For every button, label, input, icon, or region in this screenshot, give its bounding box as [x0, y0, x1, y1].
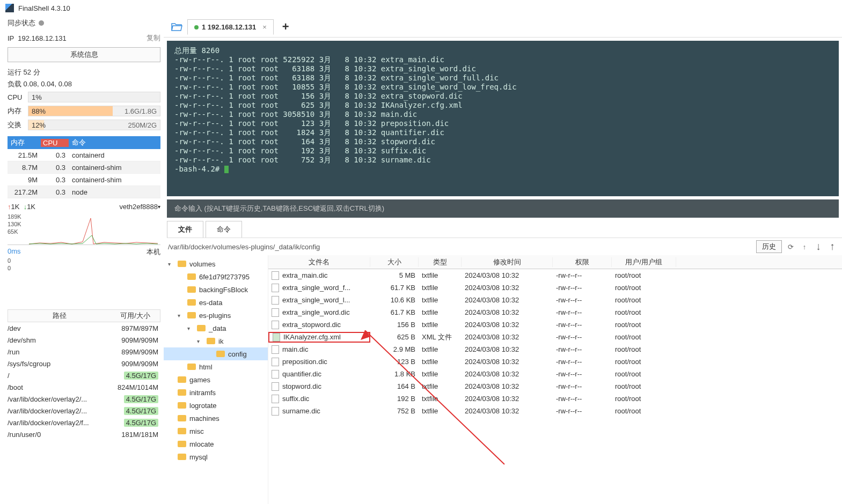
file-row[interactable]: extra_stopword.dic156 Btxtfile2024/03/08…: [268, 318, 842, 331]
path-toolbar: /var/lib/docker/volumes/es-plugins/_data…: [164, 238, 842, 255]
disk-row[interactable]: /run/user/0181M/181M: [8, 428, 160, 440]
file-row[interactable]: preposition.dic123 Btxtfile2024/03/08 10…: [268, 355, 842, 368]
system-info-button[interactable]: 系统信息: [8, 47, 160, 62]
process-row[interactable]: 9M0.3containerd-shim: [8, 174, 160, 186]
file-row[interactable]: extra_single_word.dic61.7 KBtxtfile2024/…: [268, 306, 842, 318]
tree-item[interactable]: backingFsBlock: [164, 283, 268, 296]
tree-item[interactable]: config: [164, 347, 268, 360]
tree-item[interactable]: mlocate: [164, 438, 268, 450]
ip-label: IP: [8, 34, 14, 42]
mem-bar: 88% 1.6G/1.8G: [28, 106, 160, 116]
swap-bar: 12% 250M/2G: [28, 120, 160, 130]
status-dot-icon: [194, 25, 199, 29]
tree-item[interactable]: machines: [164, 412, 268, 425]
title-bar: FinalShell 4.3.10: [0, 0, 842, 16]
file-icon: [272, 321, 279, 329]
folder-icon: [178, 389, 186, 396]
cpu-label: CPU: [8, 93, 28, 101]
file-row[interactable]: main.dic2.9 MBtxtfile2024/03/08 10:32-rw…: [268, 343, 842, 355]
app-title: FinalShell 4.3.10: [18, 4, 70, 12]
folder-icon: [197, 325, 206, 331]
tree-item[interactable]: mysql: [164, 450, 268, 463]
tree-item[interactable]: ▾_data: [164, 322, 268, 335]
file-row[interactable]: extra_main.dic5 MBtxtfile2024/03/08 10:3…: [268, 269, 842, 281]
tree-item[interactable]: html: [164, 360, 268, 373]
disk-row[interactable]: /dev/shm909M/909M: [8, 334, 160, 346]
folder-tree[interactable]: ▾volumes6fe1d79f273795backingFsBlockes-d…: [164, 255, 268, 504]
command-input[interactable]: 命令输入 (按ALT键提示历史,TAB键路径,ESC键返回,双击CTRL切换): [167, 199, 839, 218]
tree-item[interactable]: ▾volumes: [164, 257, 268, 270]
download-icon[interactable]: ⭣: [813, 241, 824, 252]
file-row[interactable]: IKAnalyzer.cfg.xml625 BXML 文件2024/03/08 …: [268, 331, 842, 343]
upload-icon[interactable]: ⭡: [827, 241, 838, 252]
tree-item[interactable]: 6fe1d79f273795: [164, 270, 268, 283]
file-icon: [272, 358, 279, 366]
swap-val: 250M/2G: [128, 121, 157, 129]
process-row[interactable]: 21.5M0.3containerd: [8, 149, 160, 161]
folder-icon: [207, 338, 215, 344]
terminal-output[interactable]: 总用量 8260 -rw-r--r--. 1 root root 5225922…: [167, 41, 839, 196]
latency-value: 0ms: [8, 247, 21, 257]
file-row[interactable]: stopword.dic164 Btxtfile2024/03/08 10:32…: [268, 380, 842, 392]
disk-row[interactable]: /var/lib/docker/overlay2/...4.5G/17G: [8, 405, 160, 417]
net-interface-selector[interactable]: veth2ef8888 ▾: [119, 203, 160, 211]
tree-item[interactable]: initramfs: [164, 386, 268, 399]
file-icon: [272, 296, 279, 305]
tree-item[interactable]: logrotate: [164, 399, 268, 412]
open-folder-icon[interactable]: [169, 20, 184, 33]
cpu-pct: 1%: [32, 93, 42, 101]
close-icon[interactable]: ×: [262, 23, 267, 31]
folder-icon: [178, 402, 186, 409]
file-icon: [272, 345, 279, 354]
folder-icon: [178, 261, 186, 267]
disk-table-header: 路径 可用/大小: [8, 309, 160, 322]
tab-label: 1 192.168.12.131: [202, 23, 256, 31]
file-icon: [272, 271, 279, 280]
tree-item[interactable]: misc: [164, 425, 268, 438]
file-icon: [272, 395, 279, 403]
folder-icon: [178, 454, 186, 460]
bottom-tab-bar: 文件 命令: [167, 221, 842, 238]
tree-item[interactable]: games: [164, 373, 268, 386]
tree-item[interactable]: ▾ik: [164, 335, 268, 347]
disk-row[interactable]: /sys/fs/cgroup909M/909M: [8, 358, 160, 369]
tab-commands[interactable]: 命令: [206, 221, 242, 238]
file-icon: [272, 370, 279, 379]
disk-row[interactable]: /var/lib/docker/overlay2/...4.5G/17G: [8, 393, 160, 405]
file-row[interactable]: quantifier.dic1.8 KBtxtfile2024/03/08 10…: [268, 368, 842, 380]
folder-icon: [216, 351, 225, 357]
terminal-tab[interactable]: 1 192.168.12.131 ×: [187, 19, 274, 35]
file-table: 文件名 大小 类型 修改时间 权限 用户/用户组 extra_main.dic5…: [268, 255, 842, 504]
current-path[interactable]: /var/lib/docker/volumes/es-plugins/_data…: [168, 243, 753, 251]
disk-row[interactable]: /dev897M/897M: [8, 322, 160, 334]
up-dir-icon[interactable]: ↑: [799, 241, 810, 252]
tab-files[interactable]: 文件: [167, 221, 203, 238]
disk-row[interactable]: /var/lib/docker/overlay2/f...4.5G/17G: [8, 417, 160, 428]
file-icon: [272, 308, 279, 317]
disk-row[interactable]: /boot824M/1014M: [8, 381, 160, 393]
folder-icon: [178, 428, 186, 434]
file-row[interactable]: extra_single_word_l...10.6 KBtxtfile2024…: [268, 294, 842, 306]
process-table-header: 内存 CPU 命令: [8, 136, 160, 149]
latency-host[interactable]: 本机: [147, 247, 160, 257]
tree-item[interactable]: ▾es-plugins: [164, 309, 268, 322]
sidebar: 同步状态 IP 192.168.12.131 复制 系统信息 运行 52 分 负…: [0, 16, 164, 504]
disk-row[interactable]: /4.5G/17G: [8, 369, 160, 381]
history-button[interactable]: 历史: [756, 240, 782, 253]
process-row[interactable]: 217.2M0.3node: [8, 186, 160, 198]
disk-row[interactable]: /run899M/909M: [8, 346, 160, 358]
net-down: 1K: [27, 203, 35, 211]
file-row[interactable]: extra_single_word_f...61.7 KBtxtfile2024…: [268, 281, 842, 294]
mem-pct: 88%: [32, 107, 46, 115]
sync-status-label: 同步状态: [8, 18, 35, 28]
folder-icon: [178, 441, 186, 447]
file-row[interactable]: suffix.dic192 Btxtfile2024/03/08 10:32-r…: [268, 392, 842, 405]
sync-status-dot: [39, 20, 44, 26]
add-tab-button[interactable]: +: [282, 20, 289, 34]
copy-button[interactable]: 复制: [147, 33, 160, 43]
refresh-icon[interactable]: ⟳: [785, 241, 796, 252]
tree-item[interactable]: es-data: [164, 296, 268, 309]
file-row[interactable]: surname.dic752 Btxtfile2024/03/08 10:32-…: [268, 405, 842, 417]
process-row[interactable]: 8.7M0.3containerd-shim: [8, 161, 160, 174]
load-text: 负载 0.08, 0.04, 0.08: [8, 79, 160, 89]
